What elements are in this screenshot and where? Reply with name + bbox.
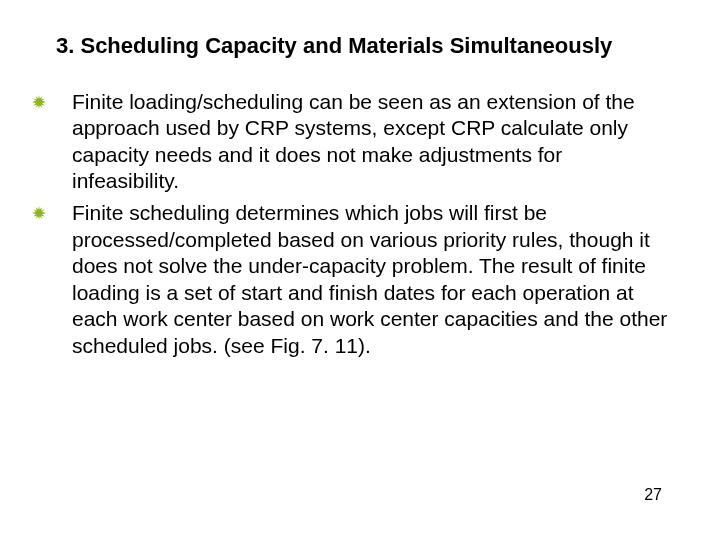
list-item: Finite scheduling determines which jobs … (50, 200, 670, 359)
list-item: Finite loading/scheduling can be seen as… (50, 89, 670, 195)
slide: 3. Scheduling Capacity and Materials Sim… (0, 0, 720, 540)
burst-icon (32, 206, 46, 220)
svg-marker-0 (32, 95, 46, 109)
svg-marker-1 (32, 206, 46, 220)
page-number: 27 (644, 486, 662, 504)
bullet-text: Finite scheduling determines which jobs … (72, 200, 670, 359)
burst-icon (32, 95, 46, 109)
slide-title: 3. Scheduling Capacity and Materials Sim… (56, 32, 670, 61)
bullet-text: Finite loading/scheduling can be seen as… (72, 89, 670, 195)
